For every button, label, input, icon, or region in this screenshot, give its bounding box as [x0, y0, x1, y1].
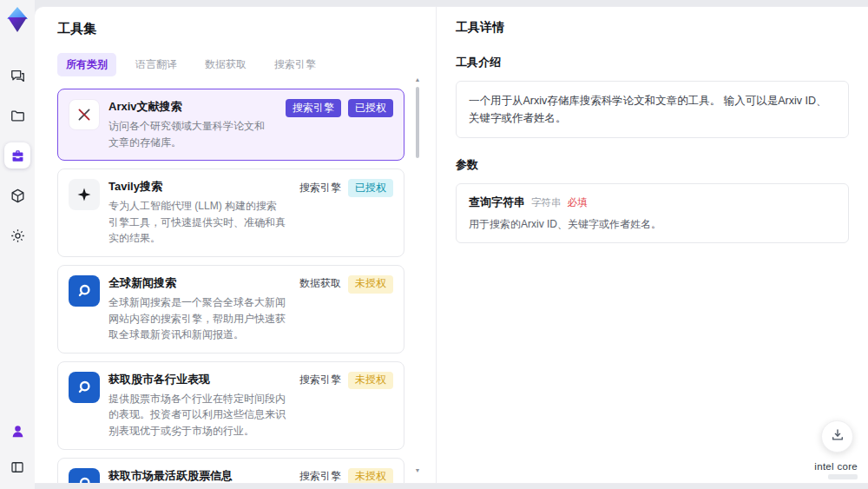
parameter-required-badge: 必填 — [568, 196, 588, 209]
sidebar-bottom — [4, 418, 30, 480]
sidebar-item-models[interactable] — [4, 182, 30, 208]
tool-card-body: 获取市场最活跃股票信息 提供当天交易量最高的股票列表，投资者可以利用这些信息来识… — [108, 468, 286, 483]
category-tab[interactable]: 语言翻译 — [127, 53, 186, 76]
parameter-description: 用于搜索的Arxiv ID、关键字或作者姓名。 — [469, 217, 836, 232]
tool-auth-badge: 未授权 — [348, 372, 393, 390]
app-window: 工具集 所有类别 语言翻译 数据获取 搜索引擎 Arxiv文献搜索 访问各个研究… — [0, 0, 868, 489]
detail-title: 工具详情 — [456, 20, 849, 36]
gear-icon — [10, 228, 26, 244]
blue-search-icon — [69, 275, 100, 307]
tool-category-badge: 搜索引擎 — [286, 99, 341, 117]
tool-badges: 搜索引擎 未授权 — [299, 372, 393, 439]
tool-category-badge: 数据获取 — [299, 275, 341, 294]
sidebar-nav — [4, 63, 30, 248]
intro-text-box: 一个用于从Arxiv存储库搜索科学论文和文章的工具。 输入可以是Arxiv ID… — [456, 81, 849, 138]
sidebar-item-collapse-panel[interactable] — [4, 454, 30, 480]
download-button[interactable] — [821, 420, 853, 453]
sidebar — [0, 0, 35, 489]
sidebar-item-files[interactable] — [4, 102, 30, 129]
tool-card[interactable]: Arxiv文献搜索 访问各个研究领域大量科学论文和文章的存储库。 搜索引擎 已授… — [57, 89, 404, 161]
scrollbar-thumb[interactable] — [416, 87, 419, 158]
params-heading: 参数 — [456, 157, 849, 173]
category-tabs: 所有类别 语言翻译 数据获取 搜索引擎 — [57, 53, 415, 76]
panel-icon — [10, 459, 25, 475]
sidebar-item-settings[interactable] — [4, 222, 30, 248]
tool-category-badge: 搜索引擎 — [299, 468, 341, 483]
tool-card[interactable]: 获取股市各行业表现 提供股票市场各个行业在特定时间段内的表现。投资者可以利用这些… — [57, 361, 404, 450]
intel-core-logo-text: intel core — [814, 461, 858, 472]
sidebar-item-tools[interactable] — [4, 142, 30, 169]
tool-card[interactable]: Tavily搜索 专为人工智能代理 (LLM) 构建的搜索引擎工具，可快速提供实… — [57, 169, 404, 257]
tool-category-badge: 搜索引擎 — [299, 372, 341, 390]
scroll-down-icon[interactable]: ▼ — [415, 467, 421, 474]
parameter-card: 查询字符串 字符串 必填 用于搜索的Arxiv ID、关键字或作者姓名。 — [456, 183, 849, 243]
list-scrollbar[interactable]: ▲ ▼ — [413, 76, 422, 474]
tool-description: 全球新闻搜索是一个聚合全球各大新闻网站内容的搜索引擎，帮助用户快速获取全球最新资… — [108, 294, 286, 343]
parameter-name: 查询字符串 — [469, 195, 525, 210]
tool-auth-badge: 未授权 — [348, 468, 393, 483]
scroll-up-icon[interactable]: ▲ — [415, 76, 421, 83]
tool-description: 提供股票市场各个行业在特定时间段内的表现。投资者可以利用这些信息来识别表现优于或… — [108, 391, 286, 439]
tool-card-body: 获取股市各行业表现 提供股票市场各个行业在特定时间段内的表现。投资者可以利用这些… — [108, 372, 286, 439]
page-title: 工具集 — [57, 21, 415, 37]
tool-badges: 搜索引擎 已授权 — [286, 99, 393, 150]
sidebar-item-profile[interactable] — [4, 418, 30, 444]
category-tab[interactable]: 搜索引擎 — [266, 53, 325, 76]
category-tab[interactable]: 数据获取 — [196, 53, 255, 76]
tool-auth-badge: 已授权 — [348, 179, 393, 197]
tool-badges: 数据获取 未授权 — [299, 275, 393, 343]
intro-heading: 工具介绍 — [456, 55, 849, 70]
blue-search-icon — [69, 372, 100, 403]
tool-card-body: 全球新闻搜索 全球新闻搜索是一个聚合全球各大新闻网站内容的搜索引擎，帮助用户快速… — [108, 275, 286, 343]
cube-icon — [10, 188, 26, 204]
tool-title: Tavily搜索 — [108, 179, 286, 195]
tool-list: Arxiv文献搜索 访问各个研究领域大量科学论文和文章的存储库。 搜索引擎 已授… — [57, 89, 415, 483]
tool-badges: 搜索引擎 已授权 — [299, 179, 393, 247]
tool-description: 专为人工智能代理 (LLM) 构建的搜索引擎工具，可快速提供实时、准确和真实的结… — [108, 198, 286, 247]
tool-title: 全球新闻搜索 — [108, 275, 286, 291]
tool-title: 获取股市各行业表现 — [108, 372, 286, 387]
download-icon — [830, 427, 845, 446]
intel-core-logo-sub — [828, 474, 858, 479]
folder-icon — [10, 108, 26, 124]
tool-badges: 搜索引擎 未授权 — [299, 468, 393, 483]
parameter-header: 查询字符串 字符串 必填 — [469, 195, 836, 210]
tool-detail-pane: 工具详情 工具介绍 一个用于从Arxiv存储库搜索科学论文和文章的工具。 输入可… — [437, 7, 868, 483]
tool-card[interactable]: 获取市场最活跃股票信息 提供当天交易量最高的股票列表，投资者可以利用这些信息来识… — [57, 458, 404, 483]
main-panel: 工具集 所有类别 语言翻译 数据获取 搜索引擎 Arxiv文献搜索 访问各个研究… — [35, 7, 868, 483]
category-tab[interactable]: 所有类别 — [57, 53, 116, 76]
tool-title: 获取市场最活跃股票信息 — [108, 468, 286, 483]
toolbox-icon — [10, 148, 26, 164]
tool-list-pane: 工具集 所有类别 语言翻译 数据获取 搜索引擎 Arxiv文献搜索 访问各个研究… — [35, 7, 437, 483]
chat-icon — [10, 68, 26, 84]
sparkle-icon — [69, 179, 100, 210]
scrollbar-track[interactable] — [416, 83, 419, 467]
parameter-type: 字符串 — [531, 196, 562, 209]
arxiv-icon — [69, 99, 100, 130]
sidebar-item-chat[interactable] — [4, 63, 30, 89]
tool-description: 访问各个研究领域大量科学论文和文章的存储库。 — [108, 118, 272, 150]
user-icon — [10, 423, 26, 439]
app-logo-icon — [5, 7, 30, 33]
tool-card-body: Tavily搜索 专为人工智能代理 (LLM) 构建的搜索引擎工具，可快速提供实… — [108, 179, 286, 247]
tool-auth-badge: 已授权 — [348, 99, 393, 117]
intel-core-logo: intel core — [814, 461, 858, 479]
tool-category-badge: 搜索引擎 — [299, 179, 341, 197]
blue-search-icon — [69, 468, 100, 483]
tool-card-body: Arxiv文献搜索 访问各个研究领域大量科学论文和文章的存储库。 — [108, 99, 272, 150]
tool-title: Arxiv文献搜索 — [108, 99, 272, 115]
tool-card[interactable]: 全球新闻搜索 全球新闻搜索是一个聚合全球各大新闻网站内容的搜索引擎，帮助用户快速… — [57, 265, 404, 354]
tool-auth-badge: 未授权 — [348, 275, 393, 294]
